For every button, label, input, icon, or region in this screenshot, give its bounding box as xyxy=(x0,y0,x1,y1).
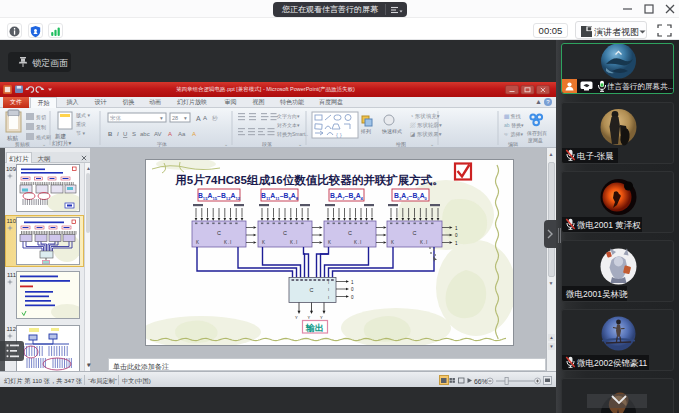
svg-text:复制: 复制 xyxy=(36,124,46,131)
svg-text:绘图: 绘图 xyxy=(396,141,406,148)
svg-text:⌄: ⌄ xyxy=(298,141,302,147)
svg-text:I: I xyxy=(328,287,329,292)
svg-text:快速样式: 快速样式 xyxy=(381,128,402,134)
svg-text:文字方向▾: 文字方向▾ xyxy=(277,113,300,120)
svg-text:对齐文本▾: 对齐文本▾ xyxy=(277,122,300,128)
svg-text:C: C xyxy=(283,230,287,236)
svg-text:{ }: { } xyxy=(336,132,342,138)
svg-text:◪ 形状效果▾: ◪ 形状效果▾ xyxy=(410,131,442,137)
svg-text:28: 28 xyxy=(172,115,178,121)
svg-text:C: C xyxy=(348,230,352,236)
svg-text:输出: 输出 xyxy=(305,323,324,333)
svg-text:度网盘: 度网盘 xyxy=(528,137,543,144)
svg-text:K: K xyxy=(196,240,199,245)
svg-text:转换为Smart..: 转换为Smart.. xyxy=(277,131,308,138)
svg-text:新建: 新建 xyxy=(55,133,67,140)
svg-text:版式 ▾: 版式 ▾ xyxy=(76,112,90,119)
svg-text:K: K xyxy=(262,240,265,245)
svg-text:Aa: Aa xyxy=(178,131,186,137)
svg-text:段落: 段落 xyxy=(262,141,272,148)
svg-text:▨ 形状轮廓▾: ▨ 形状轮廓▾ xyxy=(410,122,442,129)
svg-text:A: A xyxy=(192,131,196,137)
svg-text:K . I: K . I xyxy=(354,240,361,245)
svg-text:☞ 选择▾: ☞ 选择▾ xyxy=(504,131,523,138)
svg-text:K: K xyxy=(391,240,394,245)
svg-text:A: A xyxy=(196,115,201,122)
svg-text:秒: 秒 xyxy=(212,115,218,122)
svg-text:K: K xyxy=(328,240,331,245)
svg-text:剪贴板: 剪贴板 xyxy=(15,141,30,148)
svg-text:◔ 形状填充▾: ◔ 形状填充▾ xyxy=(410,113,440,120)
svg-text:Y: Y xyxy=(295,315,298,320)
svg-text:C: C xyxy=(310,287,314,293)
svg-text:0: 0 xyxy=(351,287,354,292)
svg-text:abc: abc xyxy=(140,131,150,137)
svg-text:I: I xyxy=(328,295,329,300)
svg-text:66%: 66% xyxy=(474,377,488,384)
svg-text:重设: 重设 xyxy=(76,121,86,127)
svg-text:I: I xyxy=(117,131,119,137)
svg-text:A: A xyxy=(168,131,172,137)
svg-text:宋体: 宋体 xyxy=(110,115,122,121)
svg-text:用5片74HC85组成16位数值比较器的并联扩展方式。: 用5片74HC85组成16位数值比较器的并联扩展方式。 xyxy=(174,173,443,187)
svg-text:C: C xyxy=(413,230,417,236)
svg-text:I: I xyxy=(328,280,329,285)
svg-text:B: B xyxy=(108,131,113,137)
svg-text:1: 1 xyxy=(351,280,354,285)
svg-text:▾: ▾ xyxy=(184,115,187,121)
svg-text:⌄: ⌄ xyxy=(224,141,228,147)
svg-text:编辑: 编辑 xyxy=(508,141,518,147)
svg-text:U: U xyxy=(123,131,127,137)
svg-text:剪切: 剪切 xyxy=(36,114,46,121)
svg-text:K . I: K . I xyxy=(224,240,231,245)
svg-text:C: C xyxy=(217,230,221,236)
svg-text:节 ▾: 节 ▾ xyxy=(76,130,85,136)
svg-text:⌄: ⌄ xyxy=(42,141,46,147)
svg-text:幻灯片▾: 幻灯片▾ xyxy=(52,140,72,147)
svg-text:排列: 排列 xyxy=(360,128,371,135)
svg-text:A: A xyxy=(203,115,207,121)
svg-text:字体: 字体 xyxy=(157,141,167,147)
svg-text:Y: Y xyxy=(320,315,323,320)
svg-text:⌄: ⌄ xyxy=(430,141,434,147)
svg-text:Y: Y xyxy=(308,315,311,320)
svg-text:K . I: K . I xyxy=(420,240,427,245)
svg-text:S: S xyxy=(132,131,136,137)
svg-text:▾: ▾ xyxy=(160,115,163,121)
svg-text:AV: AV xyxy=(154,131,162,137)
svg-text:▦ 查找: ▦ 查找 xyxy=(504,113,520,119)
svg-text:0: 0 xyxy=(351,295,354,300)
svg-text:K . I: K . I xyxy=(290,240,297,245)
svg-text:ab 替换▾: ab 替换▾ xyxy=(504,122,524,129)
